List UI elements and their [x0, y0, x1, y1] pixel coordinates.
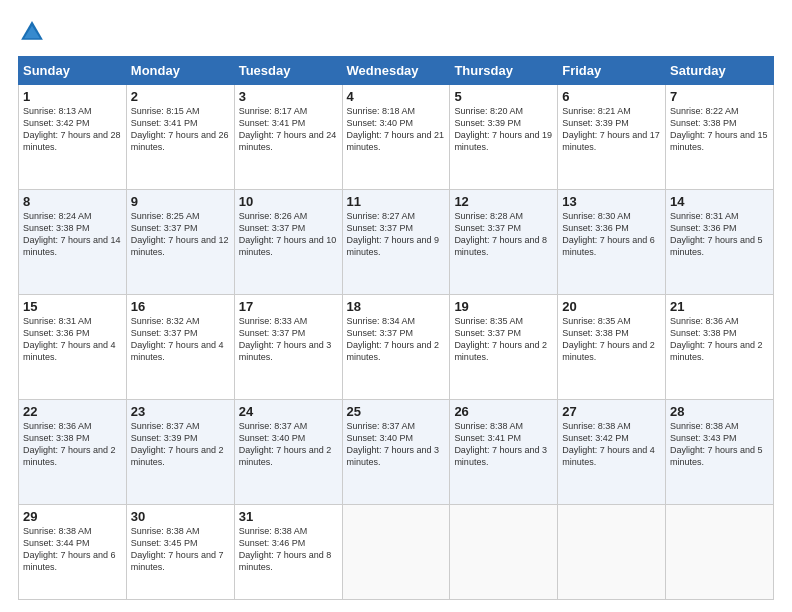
col-header-saturday: Saturday [666, 57, 774, 85]
day-number: 25 [347, 404, 446, 419]
calendar-cell: 15 Sunrise: 8:31 AM Sunset: 3:36 PM Dayl… [19, 294, 127, 399]
calendar-cell: 4 Sunrise: 8:18 AM Sunset: 3:40 PM Dayli… [342, 85, 450, 190]
calendar-cell: 16 Sunrise: 8:32 AM Sunset: 3:37 PM Dayl… [126, 294, 234, 399]
cell-content: Sunrise: 8:13 AM Sunset: 3:42 PM Dayligh… [23, 105, 122, 154]
day-number: 9 [131, 194, 230, 209]
calendar-cell: 25 Sunrise: 8:37 AM Sunset: 3:40 PM Dayl… [342, 399, 450, 504]
page: SundayMondayTuesdayWednesdayThursdayFrid… [0, 0, 792, 612]
cell-content: Sunrise: 8:33 AM Sunset: 3:37 PM Dayligh… [239, 315, 338, 364]
cell-content: Sunrise: 8:35 AM Sunset: 3:37 PM Dayligh… [454, 315, 553, 364]
cell-content: Sunrise: 8:22 AM Sunset: 3:38 PM Dayligh… [670, 105, 769, 154]
calendar-cell: 3 Sunrise: 8:17 AM Sunset: 3:41 PM Dayli… [234, 85, 342, 190]
col-header-monday: Monday [126, 57, 234, 85]
calendar-cell: 22 Sunrise: 8:36 AM Sunset: 3:38 PM Dayl… [19, 399, 127, 504]
cell-content: Sunrise: 8:26 AM Sunset: 3:37 PM Dayligh… [239, 210, 338, 259]
day-number: 26 [454, 404, 553, 419]
calendar-cell: 26 Sunrise: 8:38 AM Sunset: 3:41 PM Dayl… [450, 399, 558, 504]
cell-content: Sunrise: 8:15 AM Sunset: 3:41 PM Dayligh… [131, 105, 230, 154]
day-number: 10 [239, 194, 338, 209]
day-number: 8 [23, 194, 122, 209]
calendar-cell: 23 Sunrise: 8:37 AM Sunset: 3:39 PM Dayl… [126, 399, 234, 504]
calendar-cell: 17 Sunrise: 8:33 AM Sunset: 3:37 PM Dayl… [234, 294, 342, 399]
calendar-cell: 19 Sunrise: 8:35 AM Sunset: 3:37 PM Dayl… [450, 294, 558, 399]
calendar-cell: 31 Sunrise: 8:38 AM Sunset: 3:46 PM Dayl… [234, 504, 342, 599]
cell-content: Sunrise: 8:34 AM Sunset: 3:37 PM Dayligh… [347, 315, 446, 364]
cell-content: Sunrise: 8:21 AM Sunset: 3:39 PM Dayligh… [562, 105, 661, 154]
calendar-cell: 24 Sunrise: 8:37 AM Sunset: 3:40 PM Dayl… [234, 399, 342, 504]
cell-content: Sunrise: 8:37 AM Sunset: 3:39 PM Dayligh… [131, 420, 230, 469]
calendar-cell: 7 Sunrise: 8:22 AM Sunset: 3:38 PM Dayli… [666, 85, 774, 190]
day-number: 21 [670, 299, 769, 314]
day-number: 5 [454, 89, 553, 104]
calendar-table: SundayMondayTuesdayWednesdayThursdayFrid… [18, 56, 774, 600]
cell-content: Sunrise: 8:38 AM Sunset: 3:45 PM Dayligh… [131, 525, 230, 574]
day-number: 13 [562, 194, 661, 209]
cell-content: Sunrise: 8:24 AM Sunset: 3:38 PM Dayligh… [23, 210, 122, 259]
cell-content: Sunrise: 8:38 AM Sunset: 3:43 PM Dayligh… [670, 420, 769, 469]
calendar-cell: 20 Sunrise: 8:35 AM Sunset: 3:38 PM Dayl… [558, 294, 666, 399]
calendar-cell: 30 Sunrise: 8:38 AM Sunset: 3:45 PM Dayl… [126, 504, 234, 599]
cell-content: Sunrise: 8:37 AM Sunset: 3:40 PM Dayligh… [239, 420, 338, 469]
calendar-cell: 8 Sunrise: 8:24 AM Sunset: 3:38 PM Dayli… [19, 189, 127, 294]
cell-content: Sunrise: 8:28 AM Sunset: 3:37 PM Dayligh… [454, 210, 553, 259]
cell-content: Sunrise: 8:38 AM Sunset: 3:41 PM Dayligh… [454, 420, 553, 469]
cell-content: Sunrise: 8:38 AM Sunset: 3:44 PM Dayligh… [23, 525, 122, 574]
cell-content: Sunrise: 8:37 AM Sunset: 3:40 PM Dayligh… [347, 420, 446, 469]
day-number: 17 [239, 299, 338, 314]
day-number: 20 [562, 299, 661, 314]
calendar-cell: 12 Sunrise: 8:28 AM Sunset: 3:37 PM Dayl… [450, 189, 558, 294]
cell-content: Sunrise: 8:17 AM Sunset: 3:41 PM Dayligh… [239, 105, 338, 154]
day-number: 30 [131, 509, 230, 524]
cell-content: Sunrise: 8:25 AM Sunset: 3:37 PM Dayligh… [131, 210, 230, 259]
col-header-tuesday: Tuesday [234, 57, 342, 85]
calendar-cell: 21 Sunrise: 8:36 AM Sunset: 3:38 PM Dayl… [666, 294, 774, 399]
cell-content: Sunrise: 8:18 AM Sunset: 3:40 PM Dayligh… [347, 105, 446, 154]
day-number: 29 [23, 509, 122, 524]
day-number: 23 [131, 404, 230, 419]
col-header-friday: Friday [558, 57, 666, 85]
day-number: 12 [454, 194, 553, 209]
day-number: 16 [131, 299, 230, 314]
calendar-cell: 28 Sunrise: 8:38 AM Sunset: 3:43 PM Dayl… [666, 399, 774, 504]
calendar-cell: 1 Sunrise: 8:13 AM Sunset: 3:42 PM Dayli… [19, 85, 127, 190]
day-number: 15 [23, 299, 122, 314]
day-number: 27 [562, 404, 661, 419]
day-number: 7 [670, 89, 769, 104]
calendar-cell: 14 Sunrise: 8:31 AM Sunset: 3:36 PM Dayl… [666, 189, 774, 294]
cell-content: Sunrise: 8:30 AM Sunset: 3:36 PM Dayligh… [562, 210, 661, 259]
calendar-cell: 18 Sunrise: 8:34 AM Sunset: 3:37 PM Dayl… [342, 294, 450, 399]
cell-content: Sunrise: 8:20 AM Sunset: 3:39 PM Dayligh… [454, 105, 553, 154]
day-number: 18 [347, 299, 446, 314]
day-number: 1 [23, 89, 122, 104]
calendar-cell [450, 504, 558, 599]
day-number: 3 [239, 89, 338, 104]
cell-content: Sunrise: 8:31 AM Sunset: 3:36 PM Dayligh… [670, 210, 769, 259]
calendar-cell [558, 504, 666, 599]
day-number: 11 [347, 194, 446, 209]
cell-content: Sunrise: 8:38 AM Sunset: 3:42 PM Dayligh… [562, 420, 661, 469]
calendar-cell: 13 Sunrise: 8:30 AM Sunset: 3:36 PM Dayl… [558, 189, 666, 294]
cell-content: Sunrise: 8:32 AM Sunset: 3:37 PM Dayligh… [131, 315, 230, 364]
cell-content: Sunrise: 8:27 AM Sunset: 3:37 PM Dayligh… [347, 210, 446, 259]
cell-content: Sunrise: 8:35 AM Sunset: 3:38 PM Dayligh… [562, 315, 661, 364]
calendar-cell: 9 Sunrise: 8:25 AM Sunset: 3:37 PM Dayli… [126, 189, 234, 294]
day-number: 22 [23, 404, 122, 419]
calendar-cell: 2 Sunrise: 8:15 AM Sunset: 3:41 PM Dayli… [126, 85, 234, 190]
calendar-cell: 27 Sunrise: 8:38 AM Sunset: 3:42 PM Dayl… [558, 399, 666, 504]
calendar-cell [342, 504, 450, 599]
day-number: 6 [562, 89, 661, 104]
calendar-cell: 29 Sunrise: 8:38 AM Sunset: 3:44 PM Dayl… [19, 504, 127, 599]
logo-icon [18, 18, 46, 46]
day-number: 19 [454, 299, 553, 314]
col-header-thursday: Thursday [450, 57, 558, 85]
cell-content: Sunrise: 8:38 AM Sunset: 3:46 PM Dayligh… [239, 525, 338, 574]
day-number: 14 [670, 194, 769, 209]
calendar-cell: 5 Sunrise: 8:20 AM Sunset: 3:39 PM Dayli… [450, 85, 558, 190]
day-number: 2 [131, 89, 230, 104]
logo [18, 18, 50, 46]
day-number: 31 [239, 509, 338, 524]
col-header-sunday: Sunday [19, 57, 127, 85]
cell-content: Sunrise: 8:31 AM Sunset: 3:36 PM Dayligh… [23, 315, 122, 364]
calendar-cell: 10 Sunrise: 8:26 AM Sunset: 3:37 PM Dayl… [234, 189, 342, 294]
cell-content: Sunrise: 8:36 AM Sunset: 3:38 PM Dayligh… [23, 420, 122, 469]
